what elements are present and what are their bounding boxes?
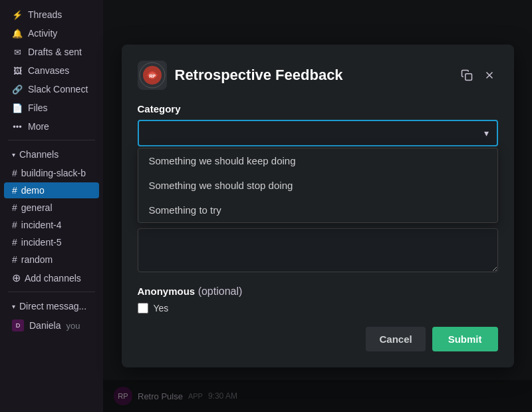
more-icon: ••• [12,122,23,132]
hash-icon: # [12,185,17,196]
dm-name: Daniela [29,320,61,331]
canvases-icon: 🖼 [12,66,23,76]
sidebar-item-files[interactable]: 📄 Files [4,99,99,116]
sidebar-item-activity[interactable]: 🔔 Activity [4,25,99,42]
threads-icon: ⚡ [12,10,23,20]
feedback-section [138,228,498,275]
modal-footer: Cancel Submit [138,327,498,351]
channel-item-general[interactable]: # general [4,200,99,216]
hash-icon: # [12,202,17,213]
channel-item-incident-5[interactable]: # incident-5 [4,234,99,250]
sidebar-item-label: Drafts & sent [28,47,82,57]
channel-item-incident-4[interactable]: # incident-4 [4,217,99,233]
hash-icon: # [12,254,17,265]
channels-header-label: Channels [19,149,59,160]
channel-name: demo [21,185,45,196]
channel-name: incident-4 [21,220,62,230]
sidebar-item-canvases[interactable]: 🖼 Canvases [4,62,99,79]
sidebar-divider-2 [8,292,95,292]
anonymous-optional: (optional) [198,286,243,297]
category-select[interactable]: ▾ [138,120,498,146]
category-label: Category [138,103,498,114]
sidebar: ⚡ Threads 🔔 Activity ✉ Drafts & sent 🖼 C… [0,0,103,412]
chevron-down-icon: ▾ [484,128,489,138]
channel-name: general [21,202,53,213]
svg-text:RP: RP [149,74,156,79]
app-logo: RP [138,61,167,90]
modal: RP Retrospective Feedback [122,45,514,367]
hash-icon: # [12,220,17,230]
copy-button[interactable] [458,67,475,84]
channel-item-demo[interactable]: # demo [4,182,99,198]
anonymous-checkbox[interactable] [138,303,148,313]
dm-section-header[interactable]: ▾ Direct messag... [4,297,99,315]
sidebar-item-label: Files [28,103,48,113]
add-channel-button[interactable]: ⊕ Add channels [4,269,99,287]
submit-button[interactable]: Submit [432,327,498,351]
channel-name: building-slack-b [21,168,86,178]
modal-overlay: RP Retrospective Feedback [103,0,532,412]
sidebar-item-threads[interactable]: ⚡ Threads [4,6,99,23]
cancel-button[interactable]: Cancel [366,327,425,351]
activity-icon: 🔔 [12,29,23,39]
sidebar-item-label: Activity [28,28,57,39]
select-container: ▾ Something we should keep doing Somethi… [138,120,498,223]
dropdown-item-2[interactable]: Something to try [138,198,497,222]
dm-header-label: Direct messag... [19,301,86,311]
sidebar-item-label: Canvases [28,65,69,76]
drafts-icon: ✉ [12,47,23,57]
sidebar-item-label: Slack Connect [28,84,88,95]
main-area: RP Retrospective Feedback [103,0,532,412]
dm-item-daniela[interactable]: D Daniela you [4,317,99,334]
sidebar-item-slack-connect[interactable]: 🔗 Slack Connect [4,81,99,98]
anonymous-label: Anonymous [138,286,196,297]
files-icon: 📄 [12,103,23,113]
hash-icon: # [12,237,17,248]
channel-item-building-slack-b[interactable]: # building-slack-b [4,165,99,181]
chevron-down-icon: ▾ [12,303,15,310]
hash-icon: # [12,168,17,178]
sidebar-item-label: More [28,121,49,132]
sidebar-item-drafts[interactable]: ✉ Drafts & sent [4,43,99,61]
avatar: D [12,319,24,331]
modal-actions [458,67,498,84]
slack-connect-icon: 🔗 [12,85,23,95]
close-button[interactable] [481,67,498,84]
channel-item-random[interactable]: # random [4,252,99,268]
checkbox-label[interactable]: Yes [154,303,169,313]
feedback-textarea[interactable] [138,228,498,272]
svg-rect-3 [465,74,471,81]
modal-title: Retrospective Feedback [175,67,450,84]
anonymous-section: Anonymous (optional) Yes [138,286,498,313]
category-field: Category ▾ Something we should keep doin… [138,103,498,223]
dm-sub: you [66,321,80,331]
dropdown-menu: Something we should keep doing Something… [138,148,498,223]
channels-section-header[interactable]: ▾ Channels [4,145,99,164]
dropdown-item-0[interactable]: Something we should keep doing [138,148,497,173]
channel-name: incident-5 [21,237,62,248]
plus-icon: ⊕ [12,272,21,284]
modal-header: RP Retrospective Feedback [138,61,498,90]
dropdown-item-1[interactable]: Something we should stop doing [138,173,497,198]
channel-name: random [21,254,53,265]
add-channel-label: Add channels [25,273,81,284]
checkbox-row: Yes [138,303,498,313]
sidebar-item-label: Threads [28,9,62,20]
sidebar-divider [8,140,95,140]
chevron-down-icon: ▾ [12,151,15,158]
sidebar-item-more[interactable]: ••• More [4,118,99,135]
